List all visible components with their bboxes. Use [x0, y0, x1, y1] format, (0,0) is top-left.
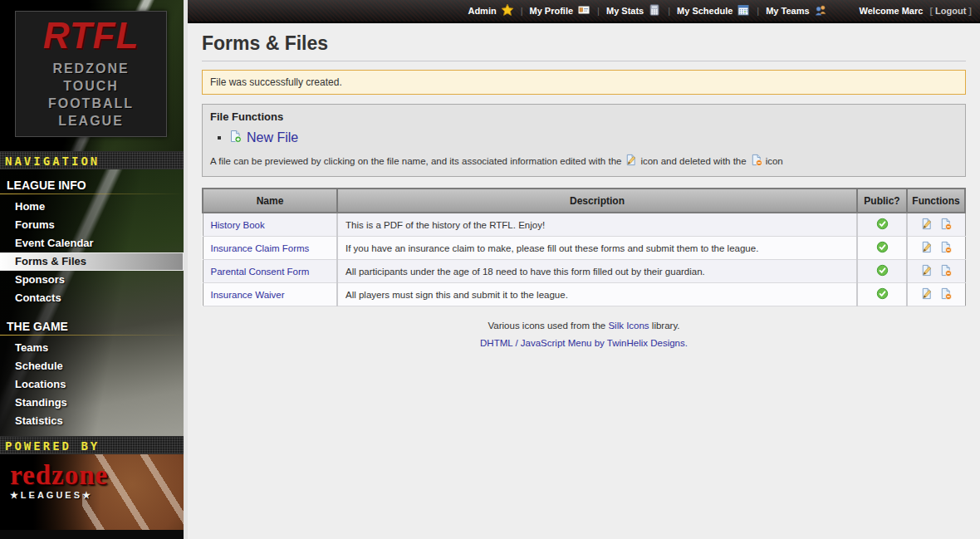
page-title: Forms & Files [202, 31, 966, 61]
sidebar-item-standings[interactable]: Standings [0, 394, 184, 412]
file-functions-panel: File Functions New File A file can be pr… [202, 104, 966, 177]
star-icon [501, 3, 514, 18]
twinhelix-link[interactable]: DHTML / JavaScript Menu by TwinHelix Des… [480, 338, 688, 348]
sidebar-item-teams[interactable]: Teams [0, 339, 184, 357]
file-description: All participants under the age of 18 nee… [337, 260, 857, 283]
file-functions-help: A file can be previewed by clicking on t… [210, 154, 958, 168]
navigation-header: NAVIGATION [0, 151, 184, 169]
topbar-separator: | [597, 6, 600, 16]
table-row: Insurance Waiver All players must sign t… [203, 283, 965, 306]
table-row: History Book This is a PDF of the histor… [203, 213, 965, 237]
sidebar-hero: RTFL REDZONE TOUCH FOOTBALL LEAGUE [0, 0, 184, 151]
sidebar-item-home[interactable]: Home [0, 198, 184, 216]
topbar-label: My Teams [766, 6, 809, 16]
edit-file-icon[interactable] [920, 241, 933, 255]
edit-file-icon[interactable] [920, 287, 933, 301]
nav-section-league-info: LEAGUE INFO [0, 176, 184, 194]
redzone-leagues-sub: ★LEAGUES★ [10, 490, 184, 501]
public-check-icon [876, 264, 889, 278]
redzone-leagues-logo: redzone [10, 463, 184, 488]
help-text: A file can be previewed by clicking on t… [210, 156, 621, 166]
powered-by-header: POWERED BY [0, 436, 184, 454]
sidebar-item-locations[interactable]: Locations [0, 375, 184, 394]
vcard-icon [577, 3, 590, 18]
main-column: Admin | My Profile | My Stats | My Sched… [188, 0, 980, 539]
edit-file-icon[interactable] [920, 218, 933, 232]
sidebar: RTFL REDZONE TOUCH FOOTBALL LEAGUE NAVIG… [0, 0, 188, 539]
bracket: [ [929, 6, 933, 16]
logout-button[interactable]: [ Logout ] [929, 6, 972, 16]
topbar-label: My Stats [606, 6, 644, 16]
new-file-link[interactable]: New File [247, 130, 298, 145]
file-functions-header: File Functions [210, 110, 958, 123]
delete-file-icon[interactable] [939, 287, 952, 301]
page-root: RTFL REDZONE TOUCH FOOTBALL LEAGUE NAVIG… [0, 0, 980, 539]
list-bullet [218, 136, 221, 140]
topbar-item-my-teams[interactable]: My Teams [766, 3, 826, 18]
table-row: Parental Consent Form All participants u… [203, 260, 965, 283]
group-icon [814, 3, 827, 18]
success-alert: File was successfully created. [202, 70, 966, 95]
column-header-functions: Functions [907, 189, 965, 213]
page-delete-icon [750, 154, 762, 168]
file-name-link[interactable]: Insurance Waiver [211, 290, 285, 300]
topbar-label: Admin [468, 6, 496, 16]
page-add-icon[interactable] [228, 130, 242, 146]
sidebar-item-contacts[interactable]: Contacts [0, 289, 184, 307]
sidebar-item-event-calendar[interactable]: Event Calendar [0, 234, 184, 252]
table-header-row: Name Description Public? Functions [203, 189, 965, 213]
edit-file-icon[interactable] [920, 264, 933, 278]
icons-credit: Various icons used from the Silk Icons l… [202, 321, 966, 331]
powered-by-logo-panel: redzone ★LEAGUES★ [0, 454, 184, 530]
credit-text: library. [652, 321, 680, 331]
sidebar-item-sponsors[interactable]: Sponsors [0, 271, 184, 289]
topbar-item-my-schedule[interactable]: My Schedule [677, 3, 750, 18]
content-area: Forms & Files File was successfully crea… [188, 23, 980, 539]
file-name-link[interactable]: Insurance Claim Forms [211, 243, 310, 253]
files-table: Name Description Public? Functions Histo… [202, 188, 966, 306]
credit-text: Various icons used from the [488, 321, 606, 331]
menu-credit: DHTML / JavaScript Menu by TwinHelix Des… [202, 338, 966, 348]
welcome-text: Welcome Marc [860, 6, 924, 16]
table-row: Insurance Claim Forms If you have an ins… [203, 237, 965, 260]
file-name-link[interactable]: History Book [211, 220, 265, 230]
topbar-label: My Schedule [677, 6, 733, 16]
logo-line: TOUCH [63, 78, 119, 96]
file-description: All players must sign this and submit it… [337, 283, 857, 306]
sidebar-item-schedule[interactable]: Schedule [0, 357, 184, 375]
logo-line: LEAGUE [58, 113, 124, 130]
logo-line: FOOTBALL [48, 96, 134, 113]
topbar-separator: | [757, 6, 759, 16]
column-header-name: Name [203, 189, 337, 213]
sidebar-item-forms-files[interactable]: Forms & Files [0, 252, 184, 271]
delete-file-icon[interactable] [939, 241, 952, 255]
silk-icons-link[interactable]: Silk Icons [608, 321, 649, 331]
calculator-icon [648, 3, 661, 18]
league-logo: RTFL REDZONE TOUCH FOOTBALL LEAGUE [15, 11, 167, 137]
logout-label: Logout [935, 6, 966, 16]
delete-file-icon[interactable] [939, 264, 952, 278]
help-text: icon [766, 156, 783, 166]
delete-file-icon[interactable] [939, 218, 952, 232]
topbar-item-my-profile[interactable]: My Profile [530, 3, 591, 18]
file-name-link[interactable]: Parental Consent Form [211, 267, 310, 277]
bracket: ] [968, 6, 972, 16]
column-header-description: Description [337, 189, 857, 213]
page-edit-icon [625, 154, 637, 168]
logo-acronym: RTFL [43, 17, 140, 54]
sidebar-nav: LEAGUE INFO Home Forums Event Calendar F… [0, 169, 184, 436]
public-check-icon [876, 241, 889, 255]
sidebar-filler [0, 530, 184, 539]
gold-divider [0, 194, 184, 194]
topbar-item-my-stats[interactable]: My Stats [606, 3, 661, 18]
nav-gap [0, 307, 184, 317]
file-description: This is a PDF of the history of the RTFL… [337, 213, 857, 237]
sidebar-item-statistics[interactable]: Statistics [0, 412, 184, 430]
logo-line: REDZONE [52, 61, 129, 78]
public-check-icon [876, 287, 889, 301]
sidebar-item-forums[interactable]: Forums [0, 216, 184, 234]
column-header-public: Public? [857, 189, 907, 213]
topbar-label: My Profile [530, 6, 574, 16]
public-check-icon [876, 218, 889, 232]
topbar-item-admin[interactable]: Admin [468, 3, 513, 18]
